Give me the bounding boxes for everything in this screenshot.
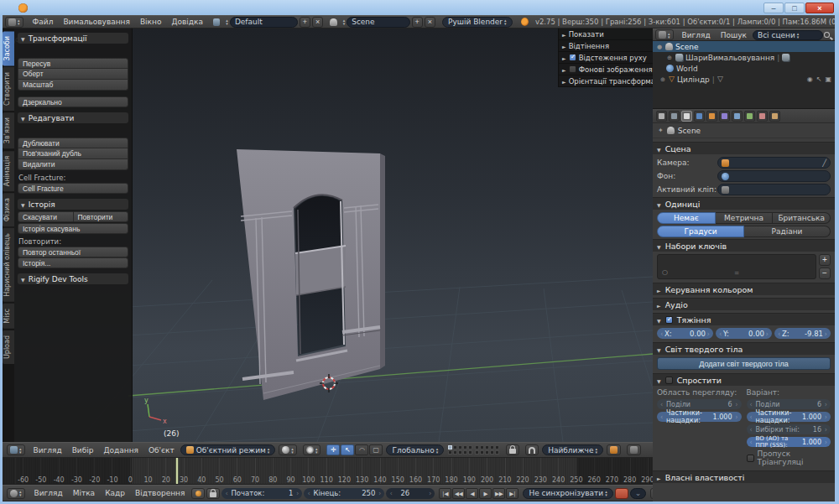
manipulator-rotate-icon[interactable]: ◠ [355,444,368,455]
transport-button[interactable]: ▶| [506,488,519,499]
tool-shelf-tab[interactable]: Створити [3,67,14,111]
tool-shelf-tab[interactable]: Анімація [3,151,14,191]
transport-button[interactable]: ◀◀ [452,488,465,499]
tool-shelf-tab[interactable]: Misc [3,304,14,329]
layers-widget[interactable] [448,445,499,455]
unit-radians-button[interactable]: Радіани [744,226,831,237]
unit-metric-button[interactable]: Метрична [716,212,774,224]
tab-render-layers-icon[interactable] [669,111,680,122]
manipulator-toggle-icon[interactable]: ✛ [326,444,340,455]
tool-shelf-tab[interactable]: Засоби [3,31,14,65]
manipulator-scale-icon[interactable]: ▢ [369,444,383,455]
close-layout-button[interactable]: × [312,17,323,28]
panel-header-audio[interactable]: Аудіо [653,298,835,310]
disclosure-icon[interactable]: ⊕ [666,55,673,61]
remove-keying-set-button[interactable]: − [819,268,831,279]
maximize-button[interactable]: □ [784,3,805,13]
menu-item[interactable]: Файл [28,18,59,26]
tab-modifiers-icon[interactable] [732,111,743,122]
repeat-history-button[interactable]: Історія... [18,257,128,268]
scale-button[interactable]: Масштаб [18,80,128,91]
transport-button[interactable]: |◀ [439,488,451,499]
menu-item[interactable]: Кадр [100,489,130,497]
search-icon[interactable] [824,32,830,38]
tool-shelf-tab[interactable]: Фізика [3,193,14,226]
mode-dropdown[interactable]: Об'єктний режим [180,444,276,455]
add-layout-button[interactable]: + [300,17,310,28]
editor-type-button[interactable] [655,29,674,40]
outliner-row-world[interactable]: World [653,63,835,74]
gravity-checkbox[interactable] [665,316,673,324]
linked-duplicate-button[interactable]: Пов'язаний дубль [18,148,128,159]
rotate-button[interactable]: Оберт [18,69,128,80]
eyedropper-icon[interactable]: ╱ [822,159,826,167]
disclosure-icon[interactable]: ● [656,44,663,50]
add-scene-button[interactable]: + [412,17,423,28]
close-button[interactable]: × [805,3,834,13]
panel-header-rigify[interactable]: Rigify Dev Tools [18,273,128,284]
panel-header-motion-tracking[interactable]: Відстеження руху [559,52,653,64]
checkbox-checked[interactable] [569,54,576,61]
simplify-shadow-samples-field[interactable]: Вибірки тіні:16 [747,424,831,434]
editor-type-button[interactable] [5,17,23,28]
lock-to-scene-button[interactable] [506,444,519,455]
lock-time-cursor-toggle[interactable] [206,488,220,499]
snap-toggle-button[interactable] [525,444,539,455]
undo-history-button[interactable]: Історія скасувань [18,223,128,234]
editor-type-button[interactable] [7,444,25,455]
menu-item[interactable]: Вигляд [677,31,716,39]
panel-header-edit[interactable]: Редагувати [18,112,128,123]
tab-object-icon[interactable] [706,111,717,122]
menu-item[interactable]: Вигляд [29,489,68,497]
tab-texture-icon[interactable] [769,111,780,122]
menu-item[interactable]: Вимальовування [58,18,135,26]
manipulator-translate-icon[interactable]: ↖ [341,444,354,455]
tool-shelf-tab[interactable]: Нарисний олівець [3,228,14,302]
tool-shelf-tab[interactable]: Зв'язки [3,112,14,148]
outliner-row-renderlayers[interactable]: ⊕ ШариВимальовування | [653,52,835,63]
list-resize-grip-icon[interactable]: ＝ [733,268,741,278]
checkbox-unchecked[interactable] [569,65,576,73]
pivot-center-button[interactable] [303,444,321,455]
preview-range-toggle[interactable] [191,488,205,499]
duplicate-button[interactable]: Дублювати [18,138,128,148]
viewport-shading-button[interactable] [279,444,297,455]
panel-header-gravity[interactable]: Тяжіння [653,313,835,325]
orientation-dropdown[interactable]: Глобально [386,444,444,455]
tab-data-icon[interactable] [744,111,755,122]
snap-element-dropdown[interactable]: Найближче [542,444,603,455]
visibility-eye-icon[interactable]: ◉ [807,75,813,83]
simplify-ao-sss-field[interactable]: ВО (АО) та ППР (SSS):1.000 [747,437,831,447]
menu-item[interactable]: Мітка [68,489,100,497]
render-engine-dropdown[interactable]: Рушій Blender [442,17,513,28]
window-titlebar[interactable]: – □ × [0,0,839,15]
simplify-child-particles-field[interactable]: Частинки-нащадки:1.000 [657,412,742,422]
panel-header-custom-properties[interactable]: Власні властивості [653,470,835,483]
menu-item[interactable]: Вибір [67,446,99,455]
panel-header-display[interactable]: Показати [559,29,653,40]
transport-button[interactable]: ◀ [466,488,478,499]
simplify-checkbox[interactable] [665,377,673,384]
disclosure-icon[interactable]: ⊕ [659,76,666,83]
menu-item[interactable]: Довідка [166,18,208,26]
current-frame-line[interactable] [176,458,178,484]
outliner-row-cylinder[interactable]: ⊕ ▽ Циліндр | ▽ ◉ ↖ ▣ [653,74,835,85]
repeat-last-button[interactable]: Повтор останньої [18,247,128,257]
editor-type-button[interactable] [7,488,25,499]
sync-dropdown[interactable]: Не синхронізувати [523,488,612,499]
opengl-render-anim-button[interactable] [627,444,641,455]
auto-keyframe-record-button[interactable] [615,488,628,499]
renderability-camera-icon[interactable]: ▣ [825,75,831,83]
background-set-field[interactable] [717,170,831,182]
panel-header-shading[interactable]: Відтінення [559,40,653,52]
gravity-y-field[interactable]: Y:0.00 [716,328,772,339]
current-frame-field[interactable]: 26 [386,488,435,499]
gravity-z-field[interactable]: Z:-9.81 [774,328,831,339]
skip-quad-to-tris-checkbox[interactable] [747,455,754,462]
timeline-ruler[interactable]: -60-50-40-30-20-100102030405060708090100… [3,458,653,485]
menu-item[interactable]: Вигляд [29,446,67,455]
panel-header-simplify[interactable]: Спростити [653,373,835,386]
tool-shelf-tab[interactable]: Upload [3,330,14,364]
selectability-arrow-icon[interactable]: ↖ [816,75,822,83]
menu-item[interactable]: Додання [98,446,143,455]
